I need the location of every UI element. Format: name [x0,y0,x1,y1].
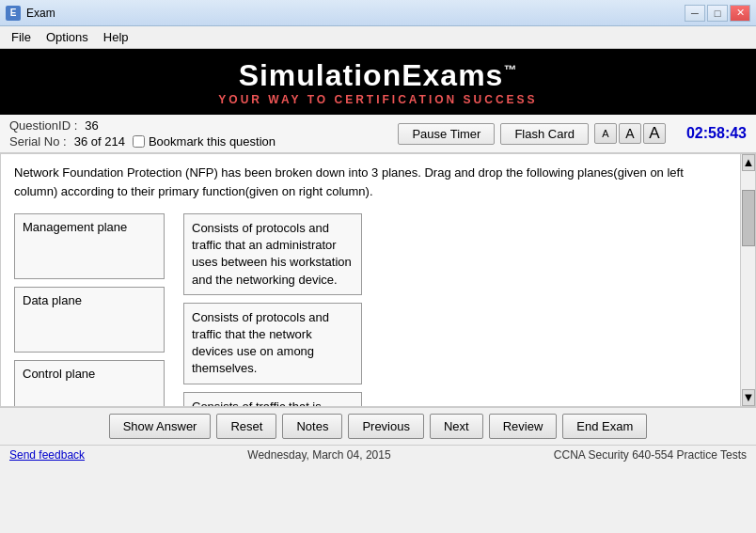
notes-button[interactable]: Notes [282,414,342,439]
serial-label: Serial No : [9,134,67,149]
window-icon: E [6,6,21,21]
status-course: CCNA Security 640-554 Practice Tests [554,448,747,462]
status-date: Wednesday, March 04, 2015 [247,448,390,462]
scrollbar-thumb[interactable] [742,190,755,246]
bookmark-label[interactable]: Bookmark this question [149,134,276,149]
font-small-button[interactable]: A [594,123,617,144]
content-scroll[interactable]: Network Foundation Protection (NFP) has … [1,154,740,406]
bookmark-row: Bookmark this question [133,134,276,149]
font-size-controls: A A A [594,123,666,144]
end-exam-button[interactable]: End Exam [562,414,647,439]
dnd-right-column: Consists of protocols and traffic that a… [183,213,362,406]
titlebar: E Exam ─ □ ✕ [0,0,756,26]
question-id-label: QuestionID : [9,118,77,133]
menu-options[interactable]: Options [39,28,96,46]
bottom-bar: Show Answer Reset Notes Previous Next Re… [0,407,756,445]
banner-title: SimulationExams™ [239,58,518,93]
dnd-left-column: Management plane Data plane Control plan… [14,213,165,406]
content-area: Network Foundation Protection (NFP) has … [0,153,756,407]
info-left: QuestionID : 36 Serial No : 36 of 214 Bo… [9,118,390,149]
close-button[interactable]: ✕ [730,5,750,22]
timer-display: 02:58:43 [671,125,747,142]
question-id-row: QuestionID : 36 [9,118,390,133]
question-id-value: 36 [85,118,98,133]
show-answer-button[interactable]: Show Answer [109,414,212,439]
list-item[interactable]: Consists of protocols and traffic that a… [183,213,362,295]
font-large-button[interactable]: A [643,123,666,144]
menubar: File Options Help [0,26,756,49]
list-item[interactable]: Consists of protocols and traffic that t… [183,303,362,384]
flash-card-button[interactable]: Flash Card [500,123,589,145]
list-item[interactable]: Management plane [14,213,165,279]
scrollbar-track[interactable]: ▲ ▼ [740,154,755,406]
list-item[interactable]: Data plane [14,287,165,353]
previous-button[interactable]: Previous [348,414,424,439]
status-bar: Send feedback Wednesday, March 04, 2015 … [0,445,756,464]
window-title: Exam [26,7,679,20]
drag-drop-table: Management plane Data plane Control plan… [14,213,727,406]
menu-file[interactable]: File [4,28,39,46]
feedback-link[interactable]: Send feedback [9,448,85,462]
minimize-button[interactable]: ─ [685,5,705,22]
menu-help[interactable]: Help [96,28,136,46]
next-button[interactable]: Next [430,414,483,439]
banner-subtitle: YOUR WAY TO CERTIFICATION SUCCESS [218,93,537,106]
info-bar: QuestionID : 36 Serial No : 36 of 214 Bo… [0,115,756,153]
serial-value: 36 of 214 [74,134,125,149]
list-item[interactable]: Consists of traffic that is being forwar… [183,392,362,407]
info-buttons: Pause Timer Flash Card A A A 02:58:43 [398,123,747,145]
question-text: Network Foundation Protection (NFP) has … [14,164,727,200]
list-item[interactable]: Control plane [14,360,165,406]
review-button[interactable]: Review [489,414,558,439]
window-controls: ─ □ ✕ [685,5,750,22]
bookmark-checkbox[interactable] [133,135,145,148]
banner: SimulationExams™ YOUR WAY TO CERTIFICATI… [0,49,756,115]
pause-timer-button[interactable]: Pause Timer [398,123,495,145]
serial-row: Serial No : 36 of 214 Bookmark this ques… [9,134,390,149]
font-medium-button[interactable]: A [619,123,641,144]
reset-button[interactable]: Reset [216,414,276,439]
maximize-button[interactable]: □ [707,5,728,22]
